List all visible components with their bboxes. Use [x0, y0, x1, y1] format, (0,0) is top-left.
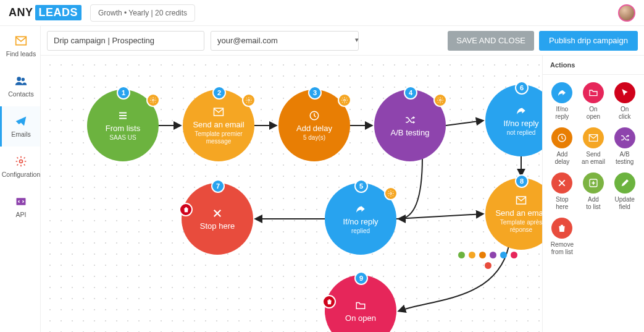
sidebar-item-emails[interactable]: Emails — [0, 106, 40, 147]
palette-dot[interactable] — [490, 252, 496, 258]
flow-node-6[interactable]: 6 If/no reply not replied — [485, 85, 542, 156]
action-send-an-email[interactable]: Sendan email — [579, 127, 608, 165]
action-label: A/Btesting — [616, 151, 634, 165]
node-number-badge: 6 — [515, 81, 529, 95]
shuffle-icon — [404, 114, 416, 126]
flow-node-4[interactable]: 4 A/B testing — [374, 90, 446, 161]
sidebar-item-find leads[interactable]: Find leads — [0, 26, 40, 66]
node-number-badge: 7 — [211, 179, 225, 193]
brand-logo[interactable]: ANY LEADS — [9, 5, 82, 20]
action-on-open[interactable]: Onopen — [579, 82, 608, 120]
node-delete-button[interactable] — [179, 203, 193, 216]
node-subtitle: Template après réponse — [490, 219, 542, 233]
node-delete-button[interactable] — [322, 295, 336, 309]
flow-node-9[interactable]: 9 On open — [325, 275, 396, 332]
clock-icon — [551, 127, 572, 148]
email-select-wrap — [211, 31, 365, 51]
palette-dot[interactable] — [485, 262, 491, 269]
action-add-to-list[interactable]: Addto list — [579, 172, 608, 210]
topbar: ANY LEADS Growth • Yearly | 20 credits — [0, 0, 644, 26]
palette-dot[interactable] — [500, 252, 507, 258]
action-remove-from-list[interactable]: Removefrom list — [548, 218, 577, 255]
actions-heading: Actions — [543, 56, 644, 75]
node-subtitle: Template premier message — [188, 130, 249, 145]
plan-pill[interactable]: Growth • Yearly | 20 credits — [90, 4, 195, 22]
campaign-name-input[interactable] — [47, 31, 204, 51]
action-add-delay[interactable]: Adddelay — [548, 127, 577, 165]
node-title: On open — [345, 313, 376, 323]
node-settings-button[interactable] — [242, 93, 256, 107]
action-update-field[interactable]: Updatefield — [610, 172, 639, 210]
brand-part2: LEADS — [35, 5, 82, 20]
paperplane-icon — [14, 115, 28, 127]
action-label: Removefrom list — [551, 241, 574, 255]
close-icon — [211, 208, 224, 219]
brand-part1: ANY — [9, 6, 33, 19]
flow-node-5[interactable]: 5 If/no reply replied — [325, 183, 396, 255]
action-on-click[interactable]: Onclick — [610, 82, 639, 120]
flow-node-8[interactable]: 8 Send an email Template après réponse — [485, 178, 542, 250]
sidebar-item-label: Contacts — [8, 90, 33, 98]
code-icon — [14, 195, 28, 208]
palette-dot[interactable] — [458, 252, 465, 258]
canvas-wrap: ☞ 1 From lists SAAS US 2 Send an email T… — [41, 56, 644, 332]
save-close-button[interactable]: SAVE AND CLOSE — [448, 31, 534, 51]
close-icon — [551, 172, 572, 194]
envelope-icon — [515, 195, 527, 206]
node-number-badge: 1 — [117, 86, 130, 100]
sidebar-item-label: Find leads — [6, 50, 36, 57]
action-label: Sendan email — [582, 151, 605, 165]
sidebar-item-api[interactable]: API — [0, 187, 40, 227]
node-title: A/B testing — [391, 128, 430, 137]
cog-icon — [14, 155, 28, 168]
action-a-b-testing[interactable]: A/Btesting — [610, 127, 639, 165]
user-avatar[interactable] — [618, 4, 635, 22]
sidebar-item-configuration[interactable]: Configuration — [0, 147, 40, 187]
flow-node-7[interactable]: 7 Stop here — [182, 183, 253, 255]
users-icon — [14, 75, 28, 87]
action-stop-here[interactable]: Stophere — [548, 172, 577, 210]
folder-icon — [583, 82, 604, 103]
node-settings-button[interactable] — [146, 93, 160, 107]
action-if-no-reply[interactable]: If/noreply — [548, 82, 577, 120]
node-title: Send an email — [193, 120, 244, 129]
pencil-icon — [614, 172, 635, 194]
sidebar: Find leads Contacts Emails Configuration… — [0, 26, 41, 332]
action-label: Addto list — [586, 196, 600, 210]
reply-icon — [551, 82, 572, 103]
palette-dot[interactable] — [479, 252, 486, 258]
list-icon — [117, 110, 129, 121]
node-settings-button[interactable] — [433, 93, 447, 107]
action-label: If/noreply — [555, 106, 569, 120]
envelope-icon — [14, 35, 28, 47]
node-settings-button[interactable] — [384, 187, 398, 200]
node-subtitle: not replied — [507, 129, 536, 137]
flow-node-2[interactable]: 2 Send an email Template premier message — [183, 90, 254, 161]
sidebar-item-label: Emails — [11, 130, 31, 138]
action-label: Onclick — [619, 106, 630, 120]
sidebar-item-label: Configuration — [2, 171, 40, 178]
node-number-badge: 3 — [308, 86, 322, 100]
trash-icon — [551, 218, 572, 239]
main: SAVE AND CLOSE Publish drip campaign ☞ 1… — [41, 26, 644, 332]
node-title: Send an email — [495, 208, 542, 218]
node-title: Add delay — [296, 124, 332, 133]
publish-button[interactable]: Publish drip campaign — [539, 31, 638, 51]
reply-icon — [515, 105, 527, 116]
flow-node-1[interactable]: 1 From lists SAAS US — [87, 90, 159, 161]
reply-icon — [354, 203, 367, 215]
palette-dot[interactable] — [469, 252, 475, 258]
email-select[interactable] — [211, 31, 359, 51]
flow-node-3[interactable]: 3 Add delay 5 day(s) — [278, 90, 350, 161]
node-subtitle: SAAS US — [109, 134, 136, 142]
sidebar-item-contacts[interactable]: Contacts — [0, 66, 40, 106]
color-palette — [456, 252, 520, 269]
node-number-badge: 8 — [515, 174, 529, 188]
node-settings-button[interactable] — [338, 93, 351, 107]
node-number-badge: 2 — [212, 86, 226, 100]
node-title: If/no reply — [343, 217, 378, 226]
actions-grid: If/noreply Onopen Onclick Adddelay Senda… — [543, 75, 644, 263]
palette-dot[interactable] — [511, 252, 517, 258]
cursor-icon — [614, 82, 635, 103]
flow-canvas[interactable]: ☞ 1 From lists SAAS US 2 Send an email T… — [41, 56, 542, 332]
